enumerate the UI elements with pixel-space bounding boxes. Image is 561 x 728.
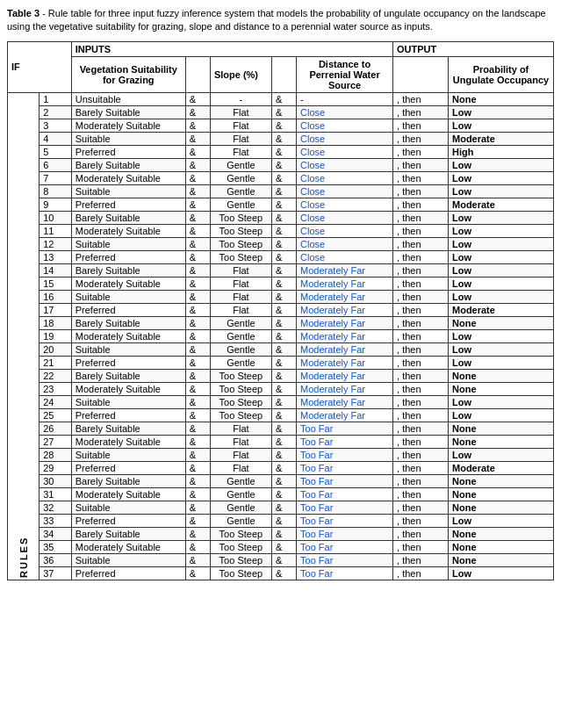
output-value: Low xyxy=(449,263,554,277)
slope-value: Gentle xyxy=(210,329,271,342)
veg-col-header: Vegetation Suitability for Grazing xyxy=(71,56,185,92)
table-row: 11Moderately Suitable&Too Steep&Close, t… xyxy=(8,224,554,237)
amp-1: & xyxy=(185,369,210,382)
then-value: , then xyxy=(393,527,449,540)
output-value: Low xyxy=(449,448,554,461)
row-number: 5 xyxy=(40,145,72,158)
output-value: Moderate xyxy=(449,198,554,211)
veg-value: Suitable xyxy=(71,132,185,145)
output-value: None xyxy=(449,435,554,448)
output-value: Low xyxy=(449,237,554,250)
table-row: 17Preferred&Flat&Moderately Far, thenMod… xyxy=(8,303,554,316)
slope-value: Gentle xyxy=(210,342,271,356)
dist-value: Close xyxy=(297,211,393,224)
veg-value: Barely Suitable xyxy=(71,527,185,540)
output-value: None xyxy=(449,474,554,487)
table-row: 15Moderately Suitable&Flat&Moderately Fa… xyxy=(8,277,554,290)
amp-2: & xyxy=(271,356,296,369)
amp-2: & xyxy=(271,198,296,211)
then-value: , then xyxy=(393,501,449,514)
row-number: 34 xyxy=(40,527,72,540)
row-number: 20 xyxy=(40,342,72,356)
amp-col-2 xyxy=(271,56,296,92)
dist-value: Close xyxy=(297,158,393,171)
veg-value: Preferred xyxy=(71,198,185,211)
amp-1: & xyxy=(185,224,210,237)
amp-1: & xyxy=(185,474,210,487)
output-value: Moderate xyxy=(449,303,554,316)
row-number: 16 xyxy=(40,290,72,303)
amp-2: & xyxy=(271,395,296,408)
then-value: , then xyxy=(393,369,449,382)
table-row: 13Preferred&Too Steep&Close, thenLow xyxy=(8,250,554,263)
table-row: 22Barely Suitable&Too Steep&Moderately F… xyxy=(8,369,554,382)
amp-1: & xyxy=(185,514,210,527)
table-row: 37Preferred&Too Steep&Too Far, thenLow xyxy=(8,566,554,580)
dist-value: Moderately Far xyxy=(297,408,393,422)
slope-value: Too Steep xyxy=(210,369,271,382)
amp-2: & xyxy=(271,158,296,171)
slope-value: Too Steep xyxy=(210,395,271,408)
output-value: Low xyxy=(449,329,554,342)
slope-value: Too Steep xyxy=(210,382,271,395)
row-number: 36 xyxy=(40,553,72,566)
amp-2: & xyxy=(271,514,296,527)
if-header: IF xyxy=(8,41,72,92)
veg-value: Barely Suitable xyxy=(71,105,185,119)
then-value: , then xyxy=(393,408,449,422)
row-number: 14 xyxy=(40,263,72,277)
veg-value: Suitable xyxy=(71,448,185,461)
amp-1: & xyxy=(185,250,210,263)
then-value: , then xyxy=(393,158,449,171)
output-value: Low xyxy=(449,356,554,369)
amp-2: & xyxy=(271,448,296,461)
table-row: 12Suitable&Too Steep&Close, thenLow xyxy=(8,237,554,250)
veg-value: Barely Suitable xyxy=(71,158,185,171)
amp-2: & xyxy=(271,342,296,356)
amp-1: & xyxy=(185,329,210,342)
row-number: 35 xyxy=(40,540,72,553)
veg-value: Suitable xyxy=(71,290,185,303)
amp-2: & xyxy=(271,263,296,277)
slope-value: Gentle xyxy=(210,198,271,211)
table-row: 25Preferred&Too Steep&Moderately Far, th… xyxy=(8,408,554,422)
veg-value: Moderately Suitable xyxy=(71,540,185,553)
amp-1: & xyxy=(185,382,210,395)
table-row: 23Moderately Suitable&Too Steep&Moderate… xyxy=(8,382,554,395)
veg-value: Moderately Suitable xyxy=(71,435,185,448)
amp-1: & xyxy=(185,303,210,316)
output-value: None xyxy=(449,501,554,514)
dist-value: Close xyxy=(297,171,393,184)
amp-2: & xyxy=(271,277,296,290)
veg-value: Suitable xyxy=(71,342,185,356)
amp-2: & xyxy=(271,540,296,553)
amp-1: & xyxy=(185,422,210,435)
output-value: Low xyxy=(449,290,554,303)
output-value: Low xyxy=(449,395,554,408)
veg-value: Moderately Suitable xyxy=(71,224,185,237)
row-number: 27 xyxy=(40,435,72,448)
dist-value: - xyxy=(297,92,393,105)
then-value: , then xyxy=(393,395,449,408)
slope-value: Gentle xyxy=(210,184,271,198)
then-value: , then xyxy=(393,250,449,263)
dist-value: Too Far xyxy=(297,422,393,435)
slope-value: Flat xyxy=(210,461,271,474)
amp-2: & xyxy=(271,303,296,316)
dist-value: Too Far xyxy=(297,501,393,514)
then-value: , then xyxy=(393,514,449,527)
amp-1: & xyxy=(185,342,210,356)
dist-value: Moderately Far xyxy=(297,395,393,408)
amp-1: & xyxy=(185,501,210,514)
amp-1: & xyxy=(185,408,210,422)
slope-value: Too Steep xyxy=(210,250,271,263)
veg-value: Moderately Suitable xyxy=(71,487,185,501)
then-value: , then xyxy=(393,316,449,329)
row-number: 4 xyxy=(40,132,72,145)
slope-value: Too Steep xyxy=(210,553,271,566)
then-value: , then xyxy=(393,184,449,198)
row-number: 7 xyxy=(40,171,72,184)
slope-value: Flat xyxy=(210,263,271,277)
slope-value: - xyxy=(210,92,271,105)
amp-2: & xyxy=(271,184,296,198)
